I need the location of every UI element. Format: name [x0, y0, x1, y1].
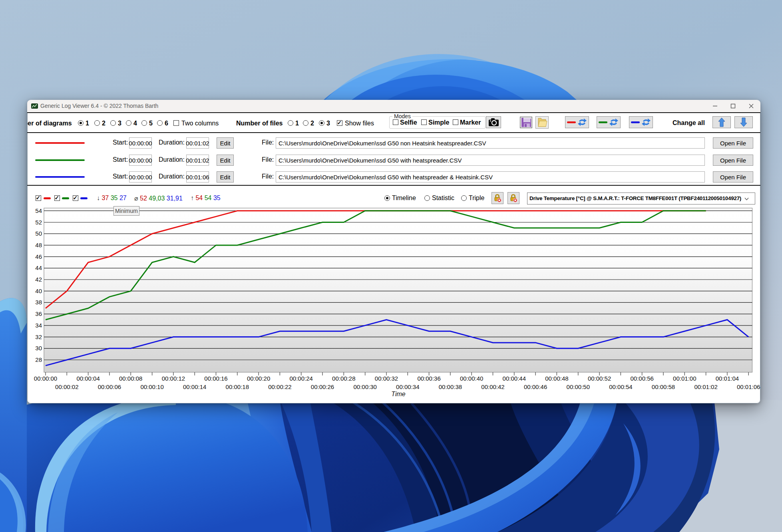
svg-text:00:00:18: 00:00:18	[226, 383, 249, 390]
svg-text:00:00:50: 00:00:50	[567, 383, 590, 390]
svg-text:00:00:30: 00:00:30	[354, 383, 377, 390]
svg-text:00:00:34: 00:00:34	[396, 383, 419, 390]
svg-text:28: 28	[35, 356, 42, 363]
svg-text:Time: Time	[391, 391, 406, 397]
svg-text:46: 46	[35, 253, 42, 260]
svg-text:00:00:26: 00:00:26	[311, 383, 334, 390]
svg-text:00:00:06: 00:00:06	[98, 383, 121, 390]
svg-text:00:01:02: 00:01:02	[694, 383, 717, 390]
svg-text:52: 52	[35, 219, 42, 226]
svg-text:00:00:54: 00:00:54	[609, 383, 632, 390]
svg-text:54: 54	[35, 207, 42, 214]
svg-text:00:01:06: 00:01:06	[737, 383, 760, 390]
svg-text:00:00:00: 00:00:00	[34, 375, 57, 382]
svg-text:00:00:40: 00:00:40	[460, 375, 483, 382]
svg-text:34: 34	[35, 322, 42, 329]
svg-text:40: 40	[35, 288, 42, 294]
svg-text:38: 38	[35, 299, 42, 306]
svg-text:00:00:32: 00:00:32	[375, 375, 398, 382]
svg-text:00:01:04: 00:01:04	[716, 375, 739, 382]
svg-text:00:00:22: 00:00:22	[268, 383, 291, 390]
svg-text:32: 32	[35, 333, 42, 340]
svg-text:44: 44	[35, 264, 42, 271]
svg-text:00:00:56: 00:00:56	[631, 375, 654, 382]
svg-text:00:00:12: 00:00:12	[162, 375, 185, 382]
svg-text:00:00:38: 00:00:38	[439, 383, 462, 390]
svg-text:00:00:46: 00:00:46	[524, 383, 547, 390]
svg-text:00:00:24: 00:00:24	[290, 375, 313, 382]
svg-text:00:00:48: 00:00:48	[545, 375, 568, 382]
svg-text:00:00:52: 00:00:52	[588, 375, 611, 382]
svg-text:00:00:20: 00:00:20	[247, 375, 270, 382]
svg-text:00:00:28: 00:00:28	[332, 375, 355, 382]
svg-text:00:00:14: 00:00:14	[183, 383, 206, 390]
svg-text:36: 36	[35, 310, 42, 317]
svg-text:00:01:00: 00:01:00	[673, 375, 696, 382]
svg-text:48: 48	[35, 242, 42, 248]
svg-text:00:00:36: 00:00:36	[417, 375, 440, 382]
svg-text:00:00:08: 00:00:08	[119, 375, 142, 382]
svg-text:30: 30	[35, 345, 42, 351]
svg-text:42: 42	[35, 276, 42, 283]
svg-text:00:00:02: 00:00:02	[55, 383, 78, 390]
svg-text:00:00:44: 00:00:44	[503, 375, 526, 382]
svg-text:00:00:58: 00:00:58	[652, 383, 675, 390]
svg-text:00:00:10: 00:00:10	[140, 383, 163, 390]
svg-text:00:00:16: 00:00:16	[204, 375, 227, 382]
svg-text:00:00:42: 00:00:42	[481, 383, 504, 390]
svg-text:00:00:04: 00:00:04	[76, 375, 99, 382]
svg-text:50: 50	[35, 230, 42, 237]
